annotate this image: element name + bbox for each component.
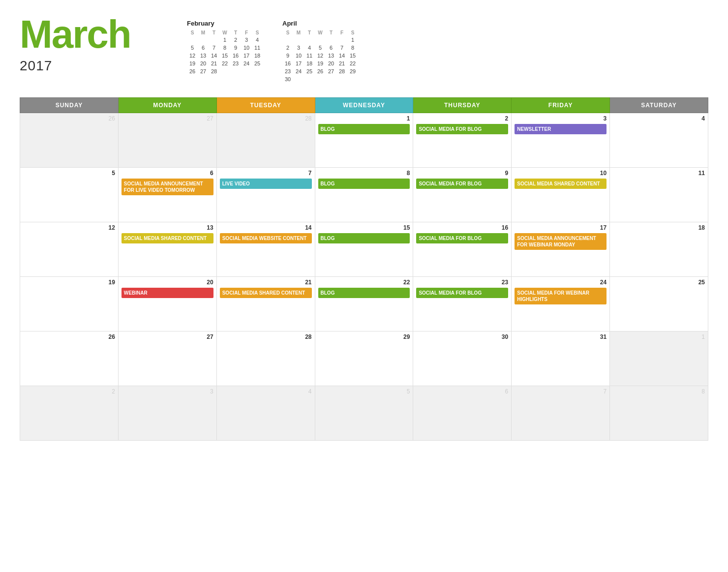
day-number: 4 <box>613 115 705 122</box>
day-num: 1 <box>347 36 358 43</box>
mini-cal-feb-grid: S M T W T F S 1 2 3 4 5 6 7 8 9 10 11 <box>187 30 263 75</box>
day-num: 23 <box>230 60 241 67</box>
calendar-wrapper: SUNDAY MONDAY TUESDAY WEDNESDAY THURSDAY… <box>20 97 708 441</box>
calendar-event[interactable]: BLOG <box>318 233 410 243</box>
day-header: F <box>241 30 252 35</box>
day-num: 1 <box>219 36 230 43</box>
col-header-thursday: THURSDAY <box>413 98 512 113</box>
calendar-event[interactable]: SOCIAL MEDIA SHARED CONTENT <box>515 179 607 189</box>
table-row: 3 NEWSLETTER <box>512 113 610 168</box>
day-num: 10 <box>293 52 304 59</box>
day-header: T <box>209 30 219 35</box>
calendar-event[interactable]: SOCIAL MEDIA SHARED CONTENT <box>220 288 312 298</box>
table-row: 30 <box>413 331 512 386</box>
calendar-week-5: 26 27 28 29 <box>20 331 708 386</box>
day-number: 26 <box>23 333 115 340</box>
table-row: 20 WEBINAR <box>118 277 216 331</box>
calendar-week-6: 2 3 4 5 <box>20 386 708 441</box>
calendar-event[interactable]: SOCIAL MEDIA ANNOUNCEMENT FOR WEBINAR MO… <box>515 233 607 250</box>
table-row: 3 <box>118 386 216 441</box>
mini-cal-april-grid: S M T W T F S 1 2 3 4 5 6 7 8 <box>282 30 358 83</box>
table-row: 26 <box>20 113 119 168</box>
day-number: 6 <box>121 170 213 177</box>
day-number: 28 <box>220 333 312 340</box>
calendar-event[interactable]: BLOG <box>318 288 410 298</box>
day-number: 27 <box>121 333 213 340</box>
table-row: 10 SOCIAL MEDIA SHARED CONTENT <box>512 168 610 222</box>
table-row: 13 SOCIAL MEDIA SHARED CONTENT <box>118 222 216 277</box>
day-number: 16 <box>416 224 508 231</box>
calendar-event[interactable]: BLOG <box>318 179 410 189</box>
table-row: 9 SOCIAL MEDIA FOR BLOG <box>413 168 512 222</box>
day-header: S <box>282 30 293 35</box>
day-number: 17 <box>515 224 607 231</box>
day-num: 3 <box>293 44 304 51</box>
table-row: 2 SOCIAL MEDIA FOR BLOG <box>413 113 512 168</box>
table-row: 14 SOCIAL MEDIA WEBSITE CONTENT <box>216 222 315 277</box>
calendar-event[interactable]: SOCIAL MEDIA FOR BLOG <box>416 124 508 134</box>
day-number: 1 <box>318 115 410 122</box>
mini-cal-april-title: April <box>282 20 358 27</box>
col-header-monday: MONDAY <box>118 98 216 113</box>
calendar-event[interactable]: LIVE VIDEO <box>220 179 312 189</box>
day-num: 19 <box>315 60 326 67</box>
day-num: 15 <box>347 52 358 59</box>
day-num: 11 <box>304 52 315 59</box>
table-row: 22 BLOG <box>315 277 413 331</box>
day-num: 25 <box>304 68 315 75</box>
day-header: S <box>347 30 358 35</box>
col-header-saturday: SATURDAY <box>610 98 708 113</box>
col-header-friday: FRIDAY <box>512 98 610 113</box>
day-num: 3 <box>241 36 252 43</box>
table-row: 26 <box>20 331 119 386</box>
day-number: 20 <box>121 279 213 286</box>
table-row: 6 SOCIAL MEDIA ANNOUNCEMENT FOR LIVE VID… <box>118 168 216 222</box>
day-num: 14 <box>209 52 219 59</box>
day-num: 10 <box>241 44 252 51</box>
calendar-event[interactable]: SOCIAL MEDIA SHARED CONTENT <box>121 233 213 243</box>
calendar-event[interactable]: SOCIAL MEDIA FOR WEBINAR HIGHLIGHTS <box>515 288 607 304</box>
day-num: 9 <box>230 44 241 51</box>
day-num: 21 <box>336 60 347 67</box>
col-header-tuesday: TUESDAY <box>216 98 315 113</box>
day-num: 30 <box>282 76 293 83</box>
calendar-event[interactable]: SOCIAL MEDIA FOR BLOG <box>416 179 508 189</box>
day-num <box>209 36 219 43</box>
day-num: 27 <box>326 68 336 75</box>
page-header: March 2017 February S M T W T F S 1 2 3 … <box>20 15 708 83</box>
calendar-week-3: 12 13 SOCIAL MEDIA SHARED CONTENT 14 SOC… <box>20 222 708 277</box>
table-row: 4 <box>216 386 315 441</box>
day-number: 5 <box>318 388 410 395</box>
calendar-event[interactable]: NEWSLETTER <box>515 124 607 134</box>
day-number: 9 <box>416 170 508 177</box>
table-row: 23 SOCIAL MEDIA FOR BLOG <box>413 277 512 331</box>
calendar-event[interactable]: SOCIAL MEDIA ANNOUNCEMENT FOR LIVE VIDEO… <box>121 179 213 195</box>
day-num <box>187 36 198 43</box>
day-number: 2 <box>416 115 508 122</box>
table-row: 27 <box>118 113 216 168</box>
day-number: 22 <box>318 279 410 286</box>
calendar-event[interactable]: SOCIAL MEDIA FOR BLOG <box>416 288 508 298</box>
day-number: 7 <box>220 170 312 177</box>
day-header: W <box>315 30 326 35</box>
col-header-sunday: SUNDAY <box>20 98 119 113</box>
calendar-event[interactable]: BLOG <box>318 124 410 134</box>
day-number: 2 <box>23 388 115 395</box>
day-num <box>336 36 347 43</box>
table-row: 7 <box>512 386 610 441</box>
day-number: 3 <box>121 388 213 395</box>
day-number: 23 <box>416 279 508 286</box>
table-row: 8 BLOG <box>315 168 413 222</box>
day-number: 12 <box>23 224 115 231</box>
table-row: 8 <box>610 386 708 441</box>
calendar-table: SUNDAY MONDAY TUESDAY WEDNESDAY THURSDAY… <box>20 97 708 441</box>
table-row: 1 <box>610 331 708 386</box>
day-num: 8 <box>219 44 230 51</box>
day-number: 28 <box>220 115 312 122</box>
day-num: 28 <box>209 68 219 75</box>
calendar-event[interactable]: SOCIAL MEDIA FOR BLOG <box>416 233 508 243</box>
day-num <box>282 36 293 43</box>
calendar-week-1: 26 27 28 1 BLOG <box>20 113 708 168</box>
calendar-event[interactable]: SOCIAL MEDIA WEBSITE CONTENT <box>220 233 312 243</box>
calendar-event[interactable]: WEBINAR <box>121 288 213 298</box>
